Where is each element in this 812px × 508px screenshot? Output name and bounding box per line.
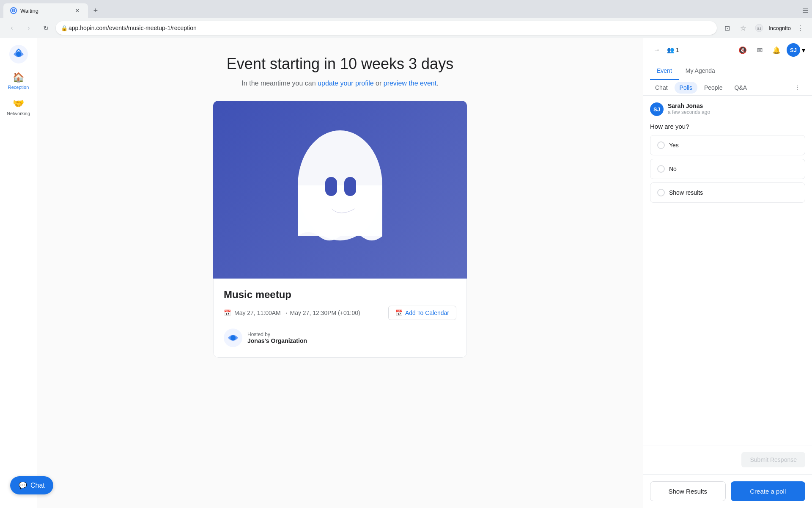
- poll-option-yes-label: Yes: [669, 142, 679, 149]
- user-avatar-dropdown[interactable]: SJ ▾: [787, 43, 805, 57]
- poll-creator-name: Sarah Jonas: [668, 102, 805, 109]
- bookmark-button[interactable]: ☆: [736, 21, 750, 35]
- tab2-people[interactable]: People: [699, 82, 728, 94]
- bell-button[interactable]: 🔔: [770, 43, 783, 57]
- tab-event[interactable]: Event: [650, 62, 679, 80]
- tab2-qa[interactable]: Q&A: [730, 82, 752, 94]
- calendar-icon: 📅: [224, 309, 231, 316]
- expand-button[interactable]: →: [650, 43, 664, 57]
- back-button[interactable]: ‹: [5, 21, 19, 35]
- submit-response-button[interactable]: Submit Response: [741, 452, 805, 467]
- panel-tabs-row1: Event My Agenda: [643, 62, 812, 80]
- reload-button[interactable]: ↻: [39, 21, 52, 35]
- poll-footer: Submit Response: [643, 445, 812, 474]
- svg-point-4: [16, 52, 21, 57]
- reception-label: Reception: [8, 85, 29, 90]
- panel-tabs-container: Event My Agenda Chat Polls People Q&A ⋮: [643, 62, 812, 96]
- sound-button[interactable]: 🔇: [736, 43, 749, 57]
- nav-icons: ⊡ ☆ SJ Incognito ⋮: [720, 21, 807, 35]
- tab-close-button[interactable]: ✕: [74, 7, 81, 14]
- event-subtitle: In the meantime you can update your prof…: [241, 80, 438, 87]
- host-name: Jonas's Organization: [247, 337, 307, 344]
- poll-option-no-label: No: [669, 166, 677, 172]
- people-icon: 👥: [667, 47, 674, 53]
- chat-fab-label: Chat: [30, 482, 45, 489]
- tab2-chat[interactable]: Chat: [650, 82, 673, 94]
- poll-radio-yes: [657, 141, 665, 149]
- browser-tabs: Waiting ✕ +: [0, 0, 812, 18]
- sidebar-item-networking[interactable]: 🤝 Networking: [3, 95, 34, 119]
- event-card: Music meetup 📅 May 27, 11:00AM → May 27,…: [213, 279, 467, 358]
- address-bar[interactable]: [56, 21, 717, 35]
- forward-button[interactable]: ›: [22, 21, 36, 35]
- tab-my-agenda[interactable]: My Agenda: [679, 62, 722, 80]
- tab2-polls[interactable]: Polls: [675, 82, 697, 94]
- event-mascot: [285, 126, 395, 253]
- panel-header: → 👥 1 🔇 ✉ 🔔 SJ ▾: [643, 38, 812, 62]
- preview-event-link[interactable]: preview the event: [384, 80, 436, 87]
- lock-icon: 🔒: [61, 25, 68, 31]
- countdown-title: Event starting in 10 weeks 3 days: [227, 55, 453, 73]
- networking-label: Networking: [7, 111, 30, 116]
- count-value: 1: [676, 47, 679, 53]
- svg-text:SJ: SJ: [757, 27, 761, 30]
- reception-icon: 🏠: [13, 72, 24, 83]
- event-date: May 27, 11:00AM → May 27, 12:30PM (+01:0…: [234, 309, 360, 316]
- host-logo: [224, 329, 242, 347]
- browser-menu-button[interactable]: ⋮: [793, 21, 807, 35]
- add-calendar-icon: 📅: [395, 309, 403, 316]
- event-image: [213, 101, 467, 279]
- profile-switcher-button[interactable]: SJ: [752, 21, 766, 35]
- poll-creator-avatar: SJ: [650, 102, 664, 116]
- poll-radio-no: [657, 165, 665, 173]
- panel-bottom-actions: Show Results Create a poll: [643, 474, 812, 508]
- poll-created-time: a few seconds ago: [668, 109, 805, 115]
- address-bar-wrapper: 🔒: [56, 21, 717, 35]
- event-name: Music meetup: [224, 289, 456, 301]
- update-profile-link[interactable]: update your profile: [318, 80, 374, 87]
- poll-radio-show-results: [657, 189, 665, 196]
- chat-fab-button[interactable]: 💬 Chat: [10, 476, 53, 494]
- mail-button[interactable]: ✉: [753, 43, 766, 57]
- left-sidebar: 🏠 Reception 🤝 Networking: [0, 38, 37, 508]
- main-content: Event starting in 10 weeks 3 days In the…: [37, 38, 643, 508]
- show-results-button[interactable]: Show Results: [650, 481, 726, 501]
- right-panel: → 👥 1 🔇 ✉ 🔔 SJ ▾ Event My Agenda: [643, 38, 812, 508]
- poll-option-show-results[interactable]: Show results: [650, 182, 805, 203]
- browser-chrome: Waiting ✕ + ‹ › ↻ 🔒 ⊡ ☆ SJ Incognito ⋮: [0, 0, 812, 38]
- app-layout: 🏠 Reception 🤝 Networking Event starting …: [0, 38, 812, 508]
- browser-menu-icon: [802, 7, 809, 14]
- hopin-logo[interactable]: [9, 45, 28, 64]
- poll-content: SJ Sarah Jonas a few seconds ago How are…: [643, 96, 812, 445]
- poll-option-show-results-label: Show results: [669, 189, 703, 196]
- add-calendar-label: Add To Calendar: [405, 309, 449, 316]
- sidebar-item-reception[interactable]: 🏠 Reception: [3, 69, 34, 93]
- poll-creator: SJ Sarah Jonas a few seconds ago: [650, 102, 805, 116]
- add-calendar-button[interactable]: 📅 Add To Calendar: [388, 306, 456, 320]
- tab-favicon: [10, 7, 17, 14]
- attendee-count: 👥 1: [667, 47, 679, 53]
- more-options-button[interactable]: ⋮: [789, 82, 805, 94]
- new-tab-button[interactable]: +: [90, 5, 102, 17]
- create-poll-button[interactable]: Create a poll: [731, 481, 806, 501]
- svg-rect-8: [344, 177, 356, 196]
- poll-option-no[interactable]: No: [650, 159, 805, 179]
- browser-nav: ‹ › ↻ 🔒 ⊡ ☆ SJ Incognito ⋮: [0, 18, 812, 38]
- poll-question: How are you?: [650, 123, 805, 130]
- active-tab[interactable]: Waiting ✕: [3, 3, 88, 18]
- cast-button[interactable]: ⊡: [720, 21, 734, 35]
- user-avatar: SJ: [787, 43, 800, 57]
- hosted-by-label: Hosted by: [247, 331, 307, 337]
- panel-tabs-row2: Chat Polls People Q&A ⋮: [643, 80, 812, 95]
- poll-option-yes[interactable]: Yes: [650, 135, 805, 155]
- host-section: Hosted by Jonas's Organization: [224, 329, 456, 347]
- poll-creator-info: Sarah Jonas a few seconds ago: [668, 102, 805, 115]
- chat-fab-icon: 💬: [19, 481, 27, 489]
- host-info: Hosted by Jonas's Organization: [247, 331, 307, 344]
- tab-title: Waiting: [20, 8, 38, 14]
- subtitle-text: In the meantime you can: [241, 80, 315, 87]
- dropdown-arrow-icon: ▾: [802, 46, 805, 54]
- or-text: or: [376, 80, 384, 87]
- svg-point-10: [230, 335, 236, 340]
- event-date-row: 📅 May 27, 11:00AM → May 27, 12:30PM (+01…: [224, 306, 456, 320]
